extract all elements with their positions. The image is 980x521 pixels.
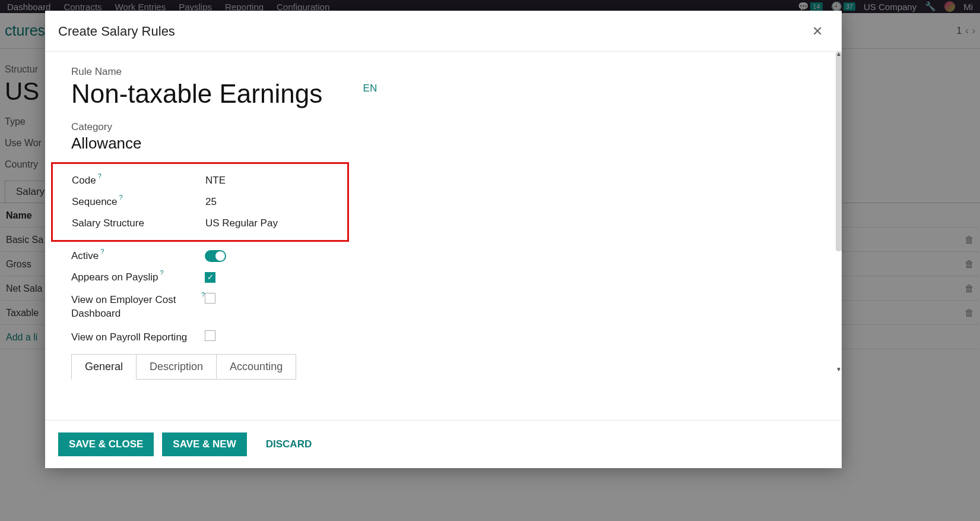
code-input[interactable]: NTE [205, 175, 226, 187]
language-tag[interactable]: EN [363, 83, 378, 94]
active-toggle[interactable] [205, 250, 226, 262]
code-label: Code [72, 175, 96, 187]
employer-cost-label: View on Employer Cost Dashboard [71, 293, 199, 321]
dialog-header: Create Salary Rules ✕ [45, 11, 842, 52]
tab-general[interactable]: General [71, 354, 137, 380]
close-icon[interactable]: ✕ [808, 21, 826, 42]
dialog-body: ▲ ▼ Rule Name Non-taxable Earnings EN Ca… [45, 52, 842, 420]
tab-accounting[interactable]: Accounting [217, 354, 296, 380]
detail-tabs: General Description Accounting [71, 354, 816, 380]
sequence-label: Sequence [72, 196, 118, 208]
save-and-close-button[interactable]: SAVE & CLOSE [58, 432, 154, 456]
scroll-down-icon[interactable]: ▼ [835, 365, 842, 374]
employer-cost-checkbox[interactable] [205, 293, 215, 304]
help-icon[interactable]: ? [201, 291, 205, 299]
category-input[interactable]: Allowance [71, 134, 816, 153]
dialog-title: Create Salary Rules [58, 24, 175, 39]
payroll-reporting-checkbox[interactable] [205, 330, 215, 341]
discard-button[interactable]: DISCARD [255, 432, 322, 456]
tab-description[interactable]: Description [137, 354, 217, 380]
dialog-footer: SAVE & CLOSE SAVE & NEW DISCARD [45, 420, 842, 468]
help-icon[interactable]: ? [119, 194, 123, 201]
create-salary-rule-dialog: Create Salary Rules ✕ ▲ ▼ Rule Name Non-… [45, 11, 842, 468]
help-icon[interactable]: ? [100, 248, 104, 255]
save-and-new-button[interactable]: SAVE & NEW [162, 432, 246, 456]
salary-structure-input[interactable]: US Regular Pay [205, 217, 278, 229]
salary-structure-label: Salary Structure [72, 217, 144, 229]
help-icon[interactable]: ? [98, 172, 102, 179]
appears-on-payslip-checkbox[interactable]: ✓ [205, 272, 215, 283]
active-label: Active [71, 250, 99, 262]
highlighted-fields: Code? NTE Sequence? 25 Salary Structure … [51, 162, 349, 242]
payroll-reporting-label: View on Payroll Reporting [71, 330, 187, 345]
appears-on-payslip-label: Appears on Payslip [71, 271, 158, 283]
scrollbar[interactable] [836, 52, 842, 251]
help-icon[interactable]: ? [160, 269, 163, 276]
category-label: Category [71, 121, 816, 133]
sequence-input[interactable]: 25 [205, 196, 217, 208]
scroll-up-icon[interactable]: ▲ [835, 52, 842, 58]
rule-name-label: Rule Name [71, 66, 816, 78]
rule-name-input[interactable]: Non-taxable Earnings [71, 79, 322, 108]
